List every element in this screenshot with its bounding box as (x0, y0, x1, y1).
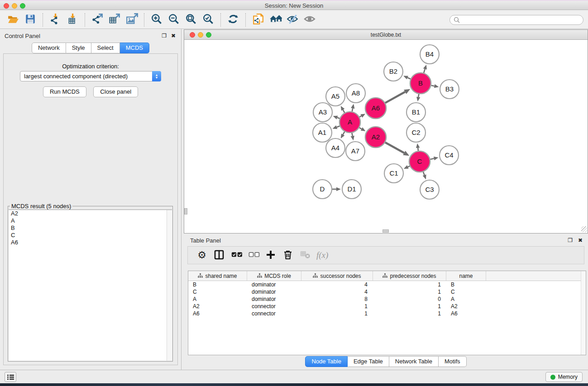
graph-edge[interactable] (423, 172, 425, 175)
tab-node-table[interactable]: Node Table (305, 356, 348, 367)
export-table-button[interactable] (107, 13, 122, 27)
network-view-window: testGlobe.txt B4B2BB3A5A8A6B1A3AC2A1A2A4… (184, 29, 588, 234)
network-canvas[interactable]: B4B2BB3A5A8A6B1A3AC2A1A2A4A7C4CC1C3DD1 (184, 40, 588, 233)
criterion-dropdown[interactable]: largest connected component (directed) ▲… (20, 71, 161, 81)
column-header-successor-nodes[interactable]: successor nodes (301, 271, 373, 281)
node-label: D1 (347, 185, 356, 193)
function-builder-button[interactable]: f(x) (316, 250, 328, 260)
window-resize-grip[interactable] (581, 226, 587, 232)
tab-mcds[interactable]: MCDS (120, 43, 149, 53)
zoom-out-button[interactable] (167, 13, 181, 27)
show-graphics-button[interactable] (302, 13, 317, 27)
open-file-icon (7, 13, 19, 26)
graph-edge[interactable] (431, 86, 435, 86)
graph-edge[interactable] (337, 126, 340, 127)
column-header-predecessor-nodes[interactable]: predecessor nodes (373, 271, 446, 281)
tab-motifs[interactable]: Motifs (439, 356, 467, 367)
zoom-fit-icon (185, 13, 197, 26)
settings-gear-icon: ⚙ (197, 250, 206, 260)
graph-edge[interactable] (385, 92, 405, 103)
tab-style[interactable]: Style (66, 43, 91, 53)
search-input[interactable] (462, 17, 579, 23)
graph-edge[interactable] (430, 158, 434, 159)
table-row[interactable]: A2connector11A2 (188, 303, 586, 310)
mcds-result-item[interactable]: A6 (9, 239, 172, 246)
tab-network-table[interactable]: Network Table (389, 356, 439, 367)
table-scrollbar[interactable] (581, 271, 586, 355)
select-all-button[interactable] (229, 248, 243, 262)
add-column-button[interactable] (264, 248, 277, 262)
column-header-MCDS-role[interactable]: MCDS role (247, 271, 301, 281)
table-cell: 1 (373, 281, 446, 288)
zoom-selected-button[interactable] (201, 13, 215, 27)
delete-table-button[interactable] (298, 248, 312, 262)
hide-graphics-button[interactable] (285, 13, 300, 27)
export-image-button[interactable] (124, 13, 139, 27)
memory-button[interactable]: Memory (545, 372, 583, 382)
task-history-button[interactable] (5, 372, 16, 382)
graph-edge[interactable] (385, 143, 404, 153)
open-file-button[interactable] (6, 13, 20, 27)
table-cell: C (446, 288, 486, 295)
import-network-button[interactable] (48, 13, 62, 27)
graph-edge[interactable] (418, 148, 418, 151)
search-box[interactable] (449, 15, 583, 25)
zoom-in-button[interactable] (149, 13, 164, 27)
duplicate-network-button[interactable] (251, 13, 265, 27)
node-label: C1 (389, 169, 398, 177)
table-row[interactable]: Bdominator41B (188, 281, 586, 288)
mcds-result-item[interactable]: C (9, 232, 172, 239)
mcds-result-item[interactable]: B (9, 224, 172, 232)
graph-edge[interactable] (407, 78, 411, 79)
graph-edge[interactable] (424, 69, 425, 73)
deselect-all-button[interactable] (247, 248, 260, 262)
node-label: A8 (352, 89, 360, 97)
columns-button[interactable] (212, 248, 226, 262)
zoom-fit-button[interactable] (184, 13, 198, 27)
tab-select[interactable]: Select (91, 43, 120, 53)
refresh-button[interactable] (226, 13, 240, 27)
graph-edge[interactable] (418, 94, 419, 97)
table-float-panel-icon[interactable]: ❐ (568, 237, 573, 243)
list-icon (7, 374, 14, 380)
settings-gear-button[interactable]: ⚙ (195, 248, 209, 262)
delete-column-button[interactable] (281, 248, 295, 262)
table-close-panel-icon[interactable]: ✖ (578, 237, 583, 243)
table-row[interactable]: Cdominator41C (188, 288, 586, 295)
tab-network[interactable]: Network (32, 43, 66, 53)
control-panel-tabset: NetworkStyleSelectMCDS (32, 43, 149, 53)
graph-edge[interactable] (343, 110, 345, 113)
edge-arrowhead-icon (351, 104, 354, 109)
save-session-button[interactable] (23, 13, 38, 27)
canvas-left-scroll-stub[interactable] (184, 208, 187, 214)
graph-edge[interactable] (337, 118, 340, 119)
run-mcds-button[interactable]: Run MCDS (43, 86, 86, 97)
graph-edge[interactable] (352, 108, 353, 111)
graph-edge[interactable] (352, 133, 352, 136)
network-graph: B4B2BB3A5A8A6B1A3AC2A1A2A4A7C4CC1C3DD1 (184, 40, 588, 233)
export-network-button[interactable] (90, 13, 105, 27)
desktop-background-strip (0, 383, 588, 386)
graph-edge[interactable] (343, 132, 345, 134)
close-panel-icon[interactable]: ✖ (171, 33, 176, 39)
home-button[interactable] (268, 13, 282, 27)
mcds-result-list[interactable]: A2ABCA6 (9, 210, 172, 361)
network-window-titlebar[interactable]: testGlobe.txt (184, 30, 588, 40)
import-table-button[interactable] (65, 13, 80, 27)
table-row[interactable]: Adominator80A (188, 295, 586, 303)
graph-edge[interactable] (408, 166, 410, 167)
tab-edge-table[interactable]: Edge Table (348, 356, 389, 367)
toolbar-separator (144, 13, 144, 27)
column-header-shared-name[interactable]: shared name (188, 271, 247, 281)
result-list-scrollbar[interactable] (167, 210, 172, 361)
column-header-name[interactable]: name (446, 271, 486, 281)
mcds-result-item[interactable]: A2 (9, 210, 172, 217)
application-window: Session: New Session Control Panel ❐ ✖ N… (0, 0, 588, 386)
mcds-result-item[interactable]: A (9, 217, 172, 224)
graph-edge[interactable] (359, 128, 362, 129)
canvas-bottom-scroll-stub[interactable] (382, 229, 389, 233)
float-panel-icon[interactable]: ❐ (162, 33, 167, 39)
close-panel-button[interactable]: Close panel (93, 86, 138, 97)
graph-edge[interactable] (359, 116, 361, 117)
table-row[interactable]: A6connector11A6 (188, 310, 586, 317)
